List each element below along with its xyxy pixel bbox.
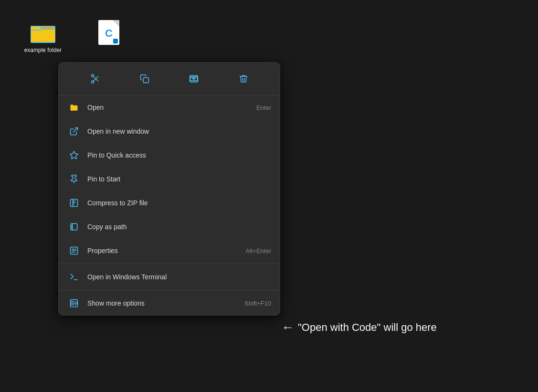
properties-icon — [67, 244, 81, 257]
desktop-folder-icon[interactable]: example folder — [21, 18, 64, 56]
properties-shortcut: Alt+Enter — [245, 247, 271, 254]
zip-svg — [69, 198, 79, 208]
menu-item-pin-quick-access[interactable]: Pin to Quick access — [59, 143, 280, 167]
context-menu: Open Enter Open in new window Pin to Qui… — [58, 62, 280, 316]
menu-item-show-more[interactable]: Show more options Shift+F10 — [59, 291, 280, 315]
star-icon — [67, 148, 81, 162]
open-shortcut: Enter — [256, 104, 271, 111]
menu-item-copy-path[interactable]: Copy as path — [59, 215, 280, 239]
separator-2 — [59, 290, 280, 290]
pin-start-label: Pin to Start — [87, 175, 271, 183]
menu-item-properties[interactable]: Properties Alt+Enter — [59, 239, 280, 263]
menu-item-compress-zip[interactable]: Compress to ZIP file — [59, 191, 280, 215]
cut-button[interactable] — [85, 69, 105, 88]
svg-rect-2 — [31, 26, 41, 30]
external-link-icon — [67, 125, 81, 138]
separator-1 — [59, 264, 280, 264]
show-more-shortcut: Shift+F10 — [244, 300, 271, 307]
terminal-svg — [69, 272, 79, 282]
menu-item-open[interactable]: Open Enter — [59, 95, 280, 119]
annotation-arrow: ← — [282, 320, 294, 335]
new-window-svg — [69, 127, 79, 136]
open-label: Open — [87, 104, 256, 111]
properties-label: Properties — [87, 247, 245, 254]
svg-rect-16 — [71, 200, 78, 207]
c-file-icon-image: C — [96, 20, 121, 45]
clipboard-svg — [69, 222, 79, 232]
rename-icon — [189, 74, 199, 84]
show-more-label: Show more options — [87, 299, 244, 307]
delete-button[interactable] — [234, 69, 253, 88]
desktop-c-file-icon[interactable]: C — [87, 18, 130, 47]
open-terminal-label: Open in Windows Terminal — [87, 273, 271, 281]
svg-line-13 — [73, 128, 77, 132]
pin-quick-access-label: Pin to Quick access — [87, 151, 271, 159]
folder-icon-image — [31, 20, 55, 45]
copy-icon — [140, 74, 149, 84]
pin-svg — [69, 174, 79, 184]
menu-item-open-terminal[interactable]: Open in Windows Terminal — [59, 265, 280, 289]
svg-rect-1 — [31, 29, 55, 42]
menu-item-open-new-window[interactable]: Open in new window — [59, 119, 280, 143]
annotation-text: "Open with Code" will go here — [298, 321, 437, 334]
trash-icon — [239, 74, 248, 84]
copy-button[interactable] — [135, 69, 154, 88]
svg-marker-14 — [70, 151, 78, 159]
compress-zip-label: Compress to ZIP file — [87, 199, 271, 207]
annotation: ← "Open with Code" will go here — [282, 320, 437, 335]
folder-svg — [31, 21, 55, 43]
copy-path-label: Copy as path — [87, 223, 271, 231]
rename-button[interactable] — [184, 69, 203, 88]
properties-svg — [69, 246, 79, 255]
show-more-icon — [67, 297, 81, 310]
pin-icon — [67, 172, 81, 186]
open-new-window-label: Open in new window — [87, 127, 271, 135]
zip-icon — [67, 196, 81, 210]
svg-rect-7 — [143, 78, 148, 83]
show-more-svg — [69, 298, 79, 308]
star-svg — [69, 150, 79, 160]
open-folder-icon — [67, 101, 81, 114]
scissors-icon — [90, 74, 100, 84]
menu-item-pin-start[interactable]: Pin to Start — [59, 167, 280, 191]
clipboard-path-icon — [67, 220, 81, 233]
terminal-icon — [67, 270, 81, 284]
context-toolbar — [59, 63, 280, 95]
folder-icon-label: example folder — [24, 47, 62, 54]
